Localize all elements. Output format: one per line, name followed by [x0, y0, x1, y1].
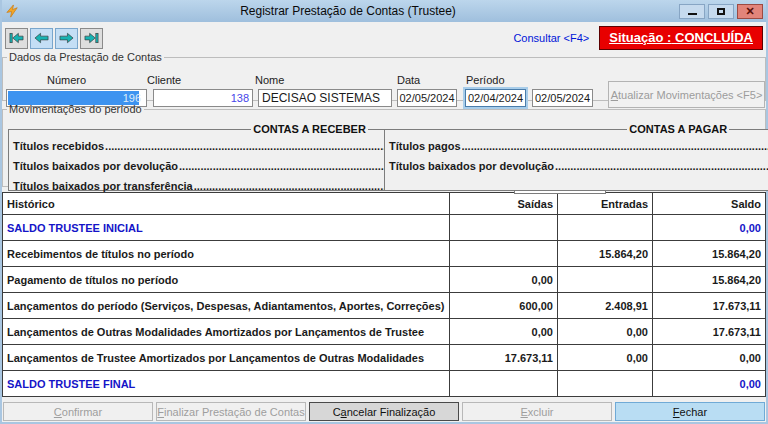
- fechar-button[interactable]: Fechar: [615, 402, 765, 421]
- table-row[interactable]: Recebimentos de títulos no período15.864…: [3, 240, 765, 266]
- cell-entradas: 0,00: [558, 345, 653, 370]
- consultar-link[interactable]: Consultar <F4>: [513, 32, 589, 44]
- toolbar: Consultar <F4> Situação : CONCLUÍDA: [2, 22, 766, 51]
- cell-historico: Pagamento de títulos no período: [3, 267, 450, 292]
- contas-a-pagar-rows: Títulos pagos 0.00Títulos baixados por d…: [385, 135, 768, 176]
- last-record-icon: [84, 32, 99, 44]
- close-button[interactable]: ✕: [737, 4, 763, 19]
- app-icon: [5, 4, 20, 19]
- last-record-button[interactable]: [80, 28, 103, 49]
- cell-saidas: [450, 241, 558, 266]
- column-header: Saídas: [450, 193, 558, 214]
- footer-buttons: ConfirmarFinalizar Prestação de ContasCa…: [2, 402, 766, 421]
- movimentacao-label: Títulos baixados por devolução: [389, 160, 554, 172]
- maximize-icon: [717, 8, 725, 15]
- dialog-content: Consultar <F4> Situação : CONCLUÍDA Dado…: [2, 22, 766, 422]
- cell-entradas: 0,00: [558, 319, 653, 344]
- movimentacoes-legend: Movimentações do período: [7, 103, 144, 115]
- next-record-button[interactable]: [55, 28, 78, 49]
- column-header: Histórico: [3, 193, 450, 214]
- cell-saidas: 17.673,11: [450, 345, 558, 370]
- table-row[interactable]: SALDO TRUSTEE FINAL0,00: [3, 370, 765, 396]
- title-bar: Registrar Prestação de Contas (Trustee) …: [2, 0, 766, 22]
- table-row[interactable]: Lançamentos de Trustee Amortizados por L…: [3, 344, 765, 370]
- movimentacoes-groupbox: Movimentações do período CONTAS A RECEBE…: [2, 103, 766, 187]
- cell-saidas: 600,00: [450, 293, 558, 318]
- cell-historico: Lançamentos do período (Serviços, Despes…: [3, 293, 450, 318]
- window-title: Registrar Prestação de Contas (Trustee): [20, 4, 676, 18]
- dados-groupbox: Dados da Prestação de Contas Número Clie…: [2, 51, 766, 101]
- cell-entradas: [558, 215, 653, 240]
- next-record-icon: [59, 32, 74, 44]
- cell-saldo: 0,00: [653, 371, 765, 396]
- close-icon: ✕: [745, 5, 754, 18]
- table-row[interactable]: Pagamento de títulos no período0,0015.86…: [3, 266, 765, 292]
- cliente-label: Cliente: [147, 74, 181, 86]
- movimentacao-row: Títulos baixados por devolução0.00: [389, 156, 768, 176]
- excluir-button[interactable]: Excluir: [462, 402, 612, 421]
- record-navigation: [5, 28, 103, 49]
- cancelar-finalizacao-button[interactable]: Cancelar Finalização: [309, 402, 459, 421]
- movimentacao-label: Títulos recebidos: [13, 140, 104, 152]
- maximize-button[interactable]: [708, 4, 734, 19]
- minimize-button[interactable]: [679, 4, 705, 19]
- cell-historico: Lançamentos de Trustee Amortizados por L…: [3, 345, 450, 370]
- first-record-button[interactable]: [5, 28, 28, 49]
- table-row[interactable]: Lançamentos do período (Serviços, Despes…: [3, 292, 765, 318]
- periodo-label: Período: [466, 74, 505, 86]
- cell-entradas: [558, 371, 653, 396]
- cell-entradas: 15.864,20: [558, 241, 653, 266]
- cell-entradas: [558, 267, 653, 292]
- cell-historico: SALDO TRUSTEE INICIAL: [3, 215, 450, 240]
- contas-a-pagar-groupbox: CONTAS A PAGAR Títulos pagos 0.00Títulos…: [384, 123, 768, 191]
- cell-saidas: 0,00: [450, 319, 558, 344]
- column-header: Entradas: [558, 193, 653, 214]
- first-record-icon: [9, 32, 24, 44]
- cell-historico: Recebimentos de títulos no período: [3, 241, 450, 266]
- cell-historico: Lançamentos de Outras Modalidades Amorti…: [3, 319, 450, 344]
- numero-label: Número: [47, 74, 86, 86]
- cell-saldo: 17.673,11: [653, 293, 765, 318]
- cell-saldo: 17.673,11: [653, 319, 765, 344]
- cell-saldo: 15.864,20: [653, 241, 765, 266]
- app-window: Registrar Prestação de Contas (Trustee) …: [0, 0, 768, 424]
- dot-leader: [462, 140, 768, 152]
- table-row[interactable]: SALDO TRUSTEE INICIAL0,00: [3, 214, 765, 240]
- dot-leader: [555, 160, 768, 172]
- finalizar-button[interactable]: Finalizar Prestação de Contas: [156, 402, 306, 421]
- data-label: Data: [397, 74, 420, 86]
- table-row[interactable]: Lançamentos de Outras Modalidades Amorti…: [3, 318, 765, 344]
- cell-saldo: 15.864,20: [653, 267, 765, 292]
- column-header: Saldo: [653, 193, 765, 214]
- historico-table: HistóricoSaídasEntradasSaldoSALDO TRUSTE…: [2, 192, 766, 397]
- previous-record-icon: [34, 32, 49, 44]
- nome-label: Nome: [255, 74, 284, 86]
- confirmar-button[interactable]: Confirmar: [3, 402, 153, 421]
- contas-a-receber-legend: CONTAS A RECEBER: [251, 123, 368, 135]
- contas-a-pagar-legend: CONTAS A PAGAR: [627, 123, 729, 135]
- cell-saldo: 0,00: [653, 345, 765, 370]
- cell-entradas: 2.408,91: [558, 293, 653, 318]
- cell-saldo: 0,00: [653, 215, 765, 240]
- cell-saidas: [450, 215, 558, 240]
- movimentacao-label: Títulos baixados por devolução: [13, 160, 178, 172]
- previous-record-button[interactable]: [30, 28, 53, 49]
- minimize-icon: [688, 13, 697, 15]
- movimentacao-label: Títulos baixados por transferência: [13, 180, 193, 192]
- movimentacao-row: Títulos pagos 0.00: [389, 136, 768, 156]
- table-header-row: HistóricoSaídasEntradasSaldo: [3, 193, 765, 214]
- status-label: Situação :: [609, 30, 671, 45]
- movimentacao-label: Títulos pagos: [389, 140, 461, 152]
- cell-saidas: [450, 371, 558, 396]
- dados-legend: Dados da Prestação de Contas: [7, 51, 164, 63]
- status-value: CONCLUÍDA: [675, 30, 753, 45]
- cell-saidas: 0,00: [450, 267, 558, 292]
- cell-historico: SALDO TRUSTEE FINAL: [3, 371, 450, 396]
- status-badge: Situação : CONCLUÍDA: [599, 26, 763, 50]
